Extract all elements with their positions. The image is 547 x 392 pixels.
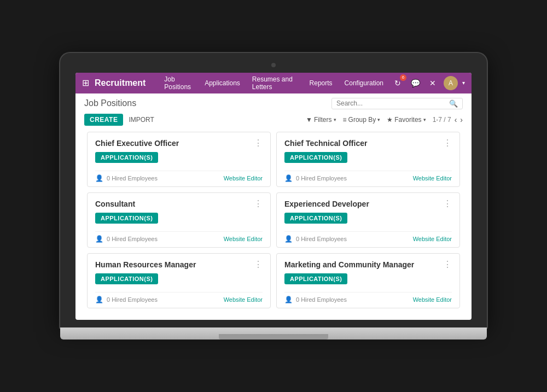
job-title: Chief Technical Officer (284, 139, 367, 148)
groupby-label: Group By (348, 116, 376, 124)
hired-count: 0 Hired Employees (107, 296, 158, 303)
applications-button[interactable]: APPLICATION(S) (284, 152, 347, 163)
job-card: Consultant ⋮ APPLICATION(S) 👤 0 Hired Em… (87, 192, 271, 248)
job-card-header: Human Resources Manager ⋮ (95, 260, 263, 269)
hired-count: 0 Hired Employees (296, 296, 347, 303)
favorites-dropdown[interactable]: ★ Favorites ▾ (387, 116, 426, 124)
favorites-caret: ▾ (423, 117, 426, 122)
refresh-icon-btn[interactable]: ↻ 6 (391, 77, 404, 90)
job-menu-button[interactable]: ⋮ (254, 139, 263, 148)
job-card-footer: 👤 0 Hired Employees Website Editor (284, 231, 452, 243)
refresh-icon: ↻ (394, 79, 401, 87)
chat-icon-btn[interactable]: 💬 (409, 77, 422, 90)
person-icon: 👤 (95, 174, 103, 182)
hired-info: 👤 0 Hired Employees (284, 296, 347, 303)
person-icon: 👤 (284, 174, 293, 182)
person-icon: 👤 (284, 235, 293, 243)
nav-configuration[interactable]: Configuration (339, 77, 389, 89)
chat-icon: 💬 (411, 79, 420, 87)
applications-button[interactable]: APPLICATION(S) (284, 213, 347, 224)
person-icon: 👤 (95, 235, 103, 243)
avatar-dropdown[interactable]: ▾ (462, 80, 465, 86)
job-title: Consultant (95, 200, 135, 208)
next-page-button[interactable]: › (460, 115, 463, 124)
nav-resumes[interactable]: Resumes and Letters (247, 73, 303, 93)
laptop-frame: ⊞ Recruitment Job Positions Applications… (60, 53, 487, 340)
laptop-screen: ⊞ Recruitment Job Positions Applications… (75, 73, 472, 320)
groupby-dropdown[interactable]: ≡ Group By ▾ (343, 116, 381, 124)
search-icon: 🔍 (449, 100, 458, 108)
job-card: Chief Executive Officer ⋮ APPLICATION(S)… (87, 132, 271, 187)
grid-icon[interactable]: ⊞ (82, 78, 89, 88)
toolbar: CREATE IMPORT ▼ Filters ▾ ≡ Group By ▾ (75, 112, 472, 129)
job-card: Human Resources Manager ⋮ APPLICATION(S)… (87, 253, 271, 308)
page-title: Job Positions (84, 98, 136, 108)
job-card-header: Marketing and Community Manager ⋮ (284, 260, 452, 269)
job-card-header: Chief Technical Officer ⋮ (284, 139, 452, 148)
website-editor-link[interactable]: Website Editor (413, 296, 452, 303)
subheader: Job Positions 🔍 (75, 93, 472, 112)
close-icon: ✕ (429, 79, 436, 87)
job-card-header: Consultant ⋮ (95, 200, 263, 208)
filter-icon: ▼ (306, 116, 312, 124)
applications-button[interactable]: APPLICATION(S) (95, 273, 158, 284)
job-card-footer: 👤 0 Hired Employees Website Editor (95, 171, 263, 182)
filters-dropdown[interactable]: ▼ Filters ▾ (306, 116, 336, 124)
create-button[interactable]: CREATE (84, 114, 123, 126)
laptop-camera (271, 63, 276, 67)
hired-info: 👤 0 Hired Employees (284, 174, 347, 182)
avatar-letter: A (449, 79, 453, 87)
filters-caret: ▾ (334, 117, 336, 122)
nav-applications[interactable]: Applications (199, 77, 246, 89)
job-card-footer: 👤 0 Hired Employees Website Editor (95, 292, 263, 303)
hired-info: 👤 0 Hired Employees (284, 235, 347, 243)
nav-reports[interactable]: Reports (304, 77, 338, 89)
hired-info: 👤 0 Hired Employees (95, 296, 158, 303)
groupby-icon: ≡ (343, 116, 347, 124)
groupby-caret: ▾ (377, 117, 380, 122)
website-editor-link[interactable]: Website Editor (224, 175, 263, 182)
job-title: Human Resources Manager (95, 260, 196, 269)
hired-info: 👤 0 Hired Employees (95, 235, 158, 243)
nav-right-icons: ↻ 6 💬 ✕ A ▾ (391, 76, 465, 90)
job-card: Experienced Developer ⋮ APPLICATION(S) 👤… (276, 192, 460, 248)
applications-button[interactable]: APPLICATION(S) (95, 213, 158, 224)
job-menu-button[interactable]: ⋮ (443, 260, 452, 269)
website-editor-link[interactable]: Website Editor (413, 236, 452, 242)
toolbar-left: CREATE IMPORT (84, 114, 154, 126)
hired-count: 0 Hired Employees (107, 175, 158, 182)
job-title: Experienced Developer (284, 200, 369, 208)
applications-button[interactable]: APPLICATION(S) (284, 273, 347, 284)
app-navbar: ⊞ Recruitment Job Positions Applications… (75, 73, 472, 93)
job-menu-button[interactable]: ⋮ (443, 139, 452, 148)
prev-page-button[interactable]: ‹ (455, 115, 457, 124)
laptop-base (60, 327, 487, 340)
refresh-badge: 6 (400, 74, 406, 81)
user-avatar[interactable]: A (444, 76, 458, 90)
job-menu-button[interactable]: ⋮ (254, 200, 263, 208)
pagination-text: 1-7 / 7 (433, 116, 451, 124)
search-bar: 🔍 (331, 98, 463, 109)
job-title: Chief Executive Officer (95, 139, 179, 148)
import-button[interactable]: IMPORT (129, 116, 154, 124)
app-brand: Recruitment (95, 78, 146, 88)
job-card-footer: 👤 0 Hired Employees Website Editor (284, 171, 452, 182)
job-menu-button[interactable]: ⋮ (254, 260, 263, 269)
pagination: 1-7 / 7 ‹ › (433, 115, 463, 124)
close-icon-btn[interactable]: ✕ (426, 77, 439, 90)
hired-count: 0 Hired Employees (107, 236, 158, 242)
website-editor-link[interactable]: Website Editor (224, 296, 263, 303)
website-editor-link[interactable]: Website Editor (413, 175, 452, 182)
filters-label: Filters (314, 116, 332, 124)
job-menu-button[interactable]: ⋮ (443, 200, 452, 208)
website-editor-link[interactable]: Website Editor (224, 236, 263, 242)
nav-job-positions[interactable]: Job Positions (159, 73, 198, 93)
search-input[interactable] (336, 100, 449, 107)
job-card: Chief Technical Officer ⋮ APPLICATION(S)… (276, 132, 460, 187)
job-title: Marketing and Community Manager (284, 260, 414, 269)
job-cards-grid: Chief Executive Officer ⋮ APPLICATION(S)… (75, 129, 472, 320)
job-card-header: Chief Executive Officer ⋮ (95, 139, 263, 148)
applications-button[interactable]: APPLICATION(S) (95, 152, 158, 163)
person-icon: 👤 (95, 296, 103, 303)
star-icon: ★ (387, 116, 393, 124)
